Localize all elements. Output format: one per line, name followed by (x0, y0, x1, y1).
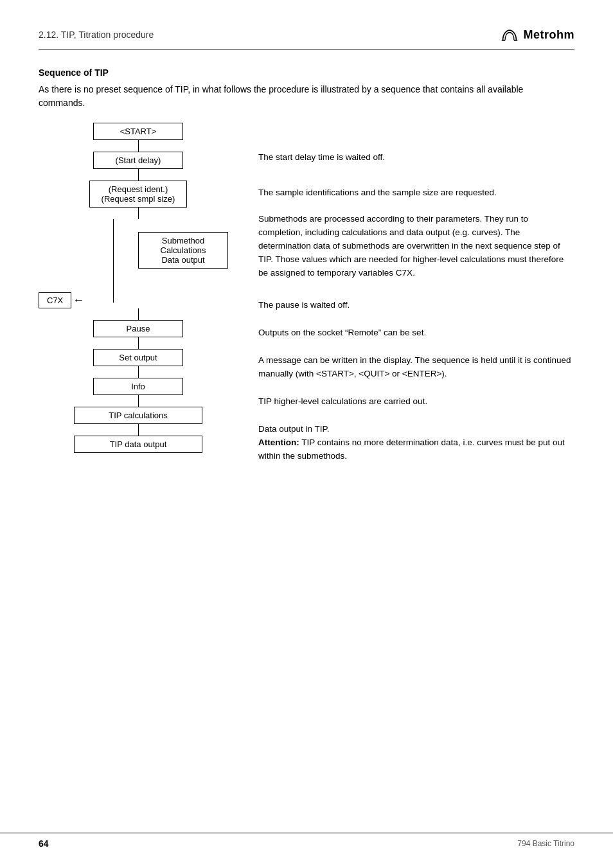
request-desc: The sample identifications and the sampl… (258, 186, 574, 200)
arrow-left-icon: ← (73, 294, 84, 307)
header-title: 2.12. TIP, Titration procedure (39, 30, 154, 40)
pause-box: Pause (93, 320, 183, 337)
tip-data-box-row: TIP data output (39, 436, 238, 453)
set-output-desc: Outputs on the socket “Remote” can be se… (258, 326, 574, 340)
vline-1 (39, 140, 238, 152)
tip-calc-box: TIP calculations (74, 407, 202, 424)
metrohm-logo-text: Metrohm (524, 28, 575, 42)
product-name: 794 Basic Titrino (517, 839, 574, 848)
start-box-row: <START> (39, 123, 238, 140)
tip-data-desc: Data output in TIP. Attention: TIP conta… (258, 423, 574, 463)
request-box: (Request ident.) (Request smpl size) (89, 181, 188, 208)
page: 2.12. TIP, Titration procedure Metrohm S… (0, 0, 613, 868)
request-box-row: (Request ident.) (Request smpl size) (39, 181, 238, 208)
flow-diagram-area: <START> (Start delay) (Request ident.) (… (39, 123, 574, 463)
set-output-box: Set output (93, 349, 183, 366)
page-footer: 64 794 Basic Titrino (0, 833, 613, 849)
attention-label: Attention: (258, 438, 299, 447)
start-spacer (258, 123, 574, 151)
page-number: 64 (39, 838, 49, 849)
flow-left-column: <START> (Start delay) (Request ident.) (… (39, 123, 238, 453)
logo-area: Metrohm (501, 26, 575, 44)
intro-text: As there is no preset sequence of TIP, i… (39, 83, 540, 110)
flow-right-column: The start delay time is waited off. The … (238, 123, 574, 463)
start-delay-box-row: (Start delay) (39, 152, 238, 169)
start-delay-box: (Start delay) (93, 152, 183, 169)
submethod-desc: Submethods are processed according to th… (258, 213, 574, 280)
submethod-c7x-area: Submethod Calculations Data output C7X ← (39, 219, 238, 308)
info-box: Info (93, 378, 183, 395)
tip-data-box: TIP data output (74, 436, 202, 453)
metrohm-logo-icon (501, 26, 519, 44)
c7x-box: C7X (39, 292, 71, 308)
tip-calc-box-row: TIP calculations (39, 407, 238, 424)
info-box-row: Info (39, 378, 238, 395)
set-output-box-row: Set output (39, 349, 238, 366)
pause-desc: The pause is waited off. (258, 299, 574, 312)
page-header: 2.12. TIP, Titration procedure Metrohm (39, 26, 574, 49)
section-heading: Sequence of TIP (39, 67, 574, 78)
start-delay-desc: The start delay time is waited off. (258, 151, 574, 164)
submethod-box: Submethod Calculations Data output (138, 232, 228, 269)
start-box: <START> (93, 123, 183, 140)
info-desc: A message can be written in the display.… (258, 354, 574, 381)
tip-calc-desc: TIP higher-level calculations are carrie… (258, 395, 574, 409)
pause-box-row: Pause (39, 320, 238, 337)
